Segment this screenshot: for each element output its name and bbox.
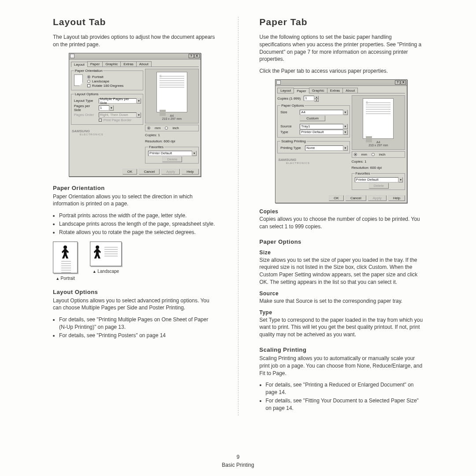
delete-button: Delete xyxy=(162,156,182,162)
preview-size: A4 xyxy=(355,141,402,144)
column-divider xyxy=(238,17,238,416)
source-select[interactable]: Tray1 xyxy=(300,124,343,129)
tab-graphic[interactable]: Graphic xyxy=(309,88,327,93)
custom-button[interactable]: Custom xyxy=(300,115,325,121)
layout-type-label: Layout Type xyxy=(74,99,97,103)
close-icon[interactable]: X xyxy=(401,80,406,85)
source-body: Make sure that Source is set to the corr… xyxy=(260,298,424,305)
units-group: mm inch xyxy=(352,151,405,158)
chevron-down-icon[interactable]: ▼ xyxy=(137,98,141,104)
page-border-label: Print Page Border xyxy=(104,118,132,122)
list-item: For details, see "Fitting Your Document … xyxy=(266,397,424,412)
orientation-bullets: Portrait prints across the width of the … xyxy=(53,212,217,236)
inch-radio[interactable] xyxy=(165,126,168,130)
apply-button: Apply xyxy=(161,169,180,175)
pages-per-side-label: Pages per Side xyxy=(74,104,97,112)
layout-type-select[interactable]: Multiple Pages per Side xyxy=(99,98,137,104)
titlebar: ? X xyxy=(69,53,201,60)
delete-button: Delete xyxy=(369,183,389,189)
portrait-thumbnail xyxy=(53,242,78,273)
printing-type-select[interactable]: None xyxy=(305,145,343,151)
type-select[interactable]: Printer Default xyxy=(300,130,343,135)
paper-intro-1: Use the following options to set the bas… xyxy=(260,33,424,63)
help-button[interactable]: Help xyxy=(388,195,405,201)
chevron-down-icon[interactable]: ▼ xyxy=(343,110,348,115)
tab-about[interactable]: About xyxy=(342,88,358,93)
ok-button[interactable]: OK xyxy=(123,169,138,175)
paper-orientation-group: Paper Orientation Portrait Landscape Rot… xyxy=(71,69,143,90)
page-preview: S A4 210 x 297 mm xyxy=(352,95,405,150)
tab-extras[interactable]: Extras xyxy=(120,61,137,67)
apply-button: Apply xyxy=(368,195,387,201)
pages-per-side-select[interactable]: 1 xyxy=(99,105,109,111)
tab-extras[interactable]: Extras xyxy=(327,88,343,93)
orientation-thumbnails: Portrait Landscape xyxy=(53,242,217,281)
brand-logo: SAMSUNG ELECTRONICS xyxy=(277,155,350,165)
layout-dialog: ? X Layout Paper Graphic Extras About Pa… xyxy=(69,53,201,177)
tab-graphic[interactable]: Graphic xyxy=(102,61,121,67)
list-item: For details, see "Printing Posters" on p… xyxy=(59,332,217,339)
mm-radio[interactable] xyxy=(354,153,357,156)
tab-layout[interactable]: Layout xyxy=(71,62,88,67)
tab-about[interactable]: About xyxy=(136,61,152,67)
size-body: Size allows you to set the size of paper… xyxy=(260,257,424,286)
tab-paper[interactable]: Paper xyxy=(87,61,103,67)
portrait-caption: Portrait xyxy=(53,276,78,281)
ok-button[interactable]: OK xyxy=(329,195,344,201)
tab-paper[interactable]: Paper xyxy=(294,88,309,93)
rotate-label: Rotate 180 Degrees xyxy=(92,84,124,88)
chevron-down-icon[interactable]: ▼ xyxy=(109,105,114,111)
layout-options-body: Layout Options allows you to select adva… xyxy=(53,297,217,312)
chevron-down-icon[interactable]: ▼ xyxy=(343,124,348,129)
landscape-radio[interactable] xyxy=(87,80,90,83)
paper-dialog: ? X Layout Paper Graphic Extras About Co… xyxy=(275,79,407,203)
titlebar: ? X xyxy=(275,80,407,86)
paper-options-group: Paper Options Size A4▼ Custom Source Tra… xyxy=(277,104,350,138)
spin-down-icon[interactable]: ▼ xyxy=(314,99,319,102)
help-icon[interactable]: ? xyxy=(395,80,400,85)
units-group: mm inch xyxy=(145,125,199,131)
mm-radio[interactable] xyxy=(147,126,150,130)
cancel-button[interactable]: Cancel xyxy=(139,169,160,175)
scaling-body: Scaling Printing allows you to automatic… xyxy=(260,355,424,377)
paper-options-head: Paper Options xyxy=(260,238,424,245)
chevron-down-icon[interactable]: ▼ xyxy=(343,130,348,135)
spin-up-icon[interactable]: ▲ xyxy=(314,96,319,99)
rotate-checkbox[interactable] xyxy=(87,84,90,87)
copies-info: Copies: 1 xyxy=(352,159,405,164)
printing-type-label: Printing Type xyxy=(280,146,303,150)
scaling-bullets: For details, see "Printing a Reduced or … xyxy=(260,381,424,412)
paper-intro-2: Click the Paper tab to access various pa… xyxy=(260,67,424,75)
dialog-buttons: OK Cancel Apply Help xyxy=(275,193,407,203)
chevron-down-icon[interactable]: ▼ xyxy=(192,151,197,156)
layout-intro: The Layout tab provides options to adjus… xyxy=(53,33,217,48)
tab-strip: Layout Paper Graphic Extras About xyxy=(277,88,405,93)
right-column: Paper Tab Use the following options to s… xyxy=(260,17,424,416)
chevron-down-icon[interactable]: ▼ xyxy=(398,177,403,182)
size-select[interactable]: A4 xyxy=(300,110,343,115)
list-item: Landscape prints across the length of th… xyxy=(59,220,217,228)
portrait-radio[interactable] xyxy=(87,75,90,78)
scaling-head: Scaling Printing xyxy=(260,346,424,353)
page-preview: S A4 210 x 297 mm xyxy=(145,69,199,123)
copies-input[interactable]: 1 xyxy=(304,96,314,101)
layout-tab-heading: Layout Tab xyxy=(53,17,217,27)
preview-size: A4 xyxy=(148,114,196,117)
favorites-select[interactable]: Printer Default xyxy=(355,177,399,182)
tab-layout[interactable]: Layout xyxy=(277,88,294,93)
inch-radio[interactable] xyxy=(372,153,375,156)
resolution-info: Resolution: 600 dpi xyxy=(352,165,405,170)
help-icon[interactable]: ? xyxy=(189,54,194,58)
paper-tab-heading: Paper Tab xyxy=(260,17,424,27)
page-border-checkbox xyxy=(99,119,102,122)
system-icon xyxy=(70,54,74,58)
chevron-down-icon[interactable]: ▼ xyxy=(343,145,348,151)
favorites-select[interactable]: Printer Default xyxy=(148,151,192,156)
list-item: For details, see "Printing Multiple Page… xyxy=(59,316,217,331)
preview-dims: 210 x 297 mm xyxy=(355,144,402,147)
cancel-button[interactable]: Cancel xyxy=(346,195,366,201)
close-icon[interactable]: X xyxy=(194,54,200,58)
orientation-preview-icon xyxy=(74,74,83,86)
section-name: Basic Printing xyxy=(222,462,254,468)
help-button[interactable]: Help xyxy=(182,169,198,175)
